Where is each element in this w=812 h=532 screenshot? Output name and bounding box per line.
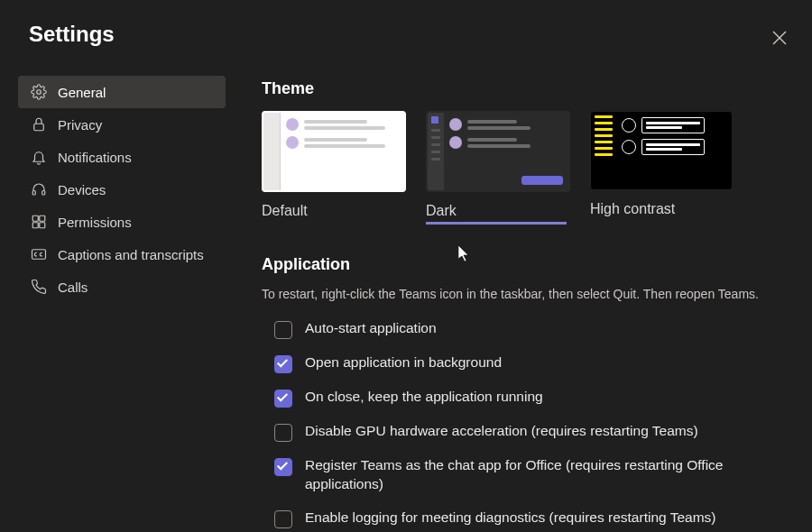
sidebar-item-notifications[interactable]: Notifications [18,141,226,173]
theme-options: Default Dark [262,111,785,225]
close-button[interactable] [769,27,790,49]
theme-thumbnail-high-contrast [590,111,733,190]
headset-icon [31,181,47,197]
check-row-enable-logging: Enable logging for meeting diagnostics (… [262,505,785,532]
apps-icon [31,214,47,230]
sidebar-item-label: Devices [58,182,106,197]
sidebar-item-label: Calls [58,280,88,295]
settings-window: Settings General Privacy Notifications [0,0,812,532]
svg-rect-3 [34,124,44,131]
theme-option-dark[interactable]: Dark [426,111,570,225]
check-row-keep-running: On close, keep the application running [262,384,785,418]
lock-icon [31,116,47,133]
sidebar-item-captions[interactable]: Captions and transcripts [18,238,226,271]
sidebar-item-general[interactable]: General [18,76,226,108]
sidebar-item-label: Captions and transcripts [58,247,204,262]
theme-option-high-contrast[interactable]: High contrast [590,111,733,225]
svg-rect-4 [32,191,35,196]
application-help-text: To restart, right-click the Teams icon i… [262,287,785,301]
theme-label: Dark [426,203,567,225]
sidebar: General Privacy Notifications Devices Pe… [18,76,226,303]
sidebar-item-label: Privacy [58,117,102,133]
checkbox-keep-running[interactable] [274,390,292,408]
theme-label: Default [262,203,406,219]
sidebar-item-label: General [58,85,106,100]
check-label: Open application in background [305,353,502,372]
sidebar-item-label: Permissions [58,215,132,230]
checkbox-disable-gpu[interactable] [274,424,292,442]
check-label: Register Teams as the chat app for Offic… [305,456,756,494]
check-label: On close, keep the application running [305,388,543,407]
application-section-title: Application [262,255,785,274]
check-label: Enable logging for meeting diagnostics (… [305,509,715,527]
sidebar-item-permissions[interactable]: Permissions [18,206,226,238]
sidebar-item-privacy[interactable]: Privacy [18,108,226,141]
theme-label: High contrast [590,201,733,217]
theme-option-default[interactable]: Default [262,111,406,225]
checkbox-open-in-bg[interactable] [274,355,292,373]
check-label: Auto-start application [305,319,437,338]
sidebar-item-label: Notifications [58,150,132,165]
svg-rect-6 [32,216,38,221]
check-row-disable-gpu: Disable GPU hardware acceleration (requi… [262,418,785,453]
theme-section-title: Theme [262,79,785,98]
page-title: Settings [29,22,115,47]
checkbox-register-chat[interactable] [274,458,292,476]
svg-rect-7 [40,216,45,221]
sidebar-item-devices[interactable]: Devices [18,173,226,206]
svg-point-2 [37,90,42,95]
theme-thumbnail-default [262,111,406,192]
theme-thumbnail-dark [426,111,570,192]
bell-icon [31,149,47,165]
close-icon [772,31,787,45]
checkbox-autostart[interactable] [274,321,292,339]
content-panel: Theme Default [262,79,785,532]
sidebar-item-calls[interactable]: Calls [18,271,226,303]
check-row-autostart: Auto-start application [262,316,785,350]
svg-rect-8 [32,223,38,228]
check-row-register-chat: Register Teams as the chat app for Offic… [262,453,785,505]
phone-icon [31,279,47,295]
cc-icon [31,246,47,262]
svg-rect-5 [42,191,45,196]
checkbox-enable-logging[interactable] [274,510,292,528]
application-section: Application To restart, right-click the … [262,255,785,532]
check-label: Disable GPU hardware acceleration (requi… [305,422,698,441]
svg-rect-9 [40,223,45,228]
cursor-icon [458,245,471,261]
check-row-open-in-bg: Open application in background [262,350,785,384]
gear-icon [31,84,47,100]
